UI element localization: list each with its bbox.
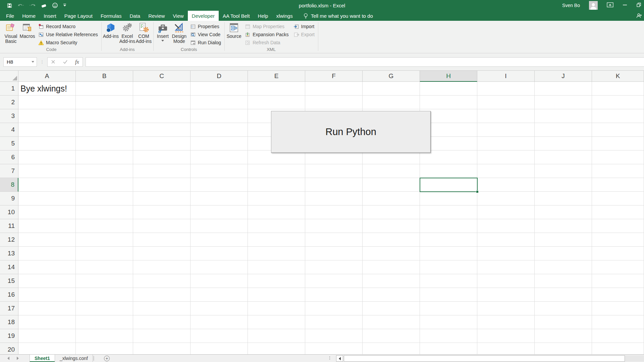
cell-B8[interactable] — [76, 178, 133, 192]
cell-E1[interactable] — [248, 82, 305, 96]
cell-I2[interactable] — [477, 96, 535, 109]
cell-J5[interactable] — [535, 137, 592, 150]
cell-I3[interactable] — [477, 109, 535, 123]
column-header-J[interactable]: J — [535, 71, 592, 82]
cell-J8[interactable] — [535, 178, 592, 192]
cell-C4[interactable] — [133, 123, 191, 137]
cell-F9[interactable] — [305, 192, 363, 205]
sheet-tab-sheet1[interactable]: Sheet1 — [30, 355, 55, 362]
visual-basic-button[interactable]: Visual Basic — [3, 21, 19, 44]
import-button[interactable]: Import — [292, 22, 316, 31]
cell-A16[interactable] — [18, 288, 76, 302]
cell-I20[interactable] — [477, 343, 535, 354]
name-box[interactable]: H8 — [3, 57, 37, 67]
cell-B19[interactable] — [76, 329, 133, 343]
column-header-E[interactable]: E — [248, 71, 305, 82]
cell-C2[interactable] — [133, 96, 191, 109]
cell-J7[interactable] — [535, 164, 592, 178]
row-header-5[interactable]: 5 — [0, 137, 18, 150]
cell-A10[interactable] — [18, 205, 76, 219]
cell-D8[interactable] — [191, 178, 248, 192]
cell-B10[interactable] — [76, 205, 133, 219]
cell-J19[interactable] — [535, 329, 592, 343]
cell-I1[interactable] — [477, 82, 535, 96]
cell-H11[interactable] — [420, 219, 477, 233]
cell-F14[interactable] — [305, 260, 363, 274]
cell-A1[interactable]: Bye xlwings! — [18, 82, 76, 96]
cell-H17[interactable] — [420, 302, 477, 315]
cell-A2[interactable] — [18, 96, 76, 109]
cell-J2[interactable] — [535, 96, 592, 109]
cell-B16[interactable] — [76, 288, 133, 302]
cell-E17[interactable] — [248, 302, 305, 315]
sheet-nav-left-icon[interactable] — [7, 357, 9, 360]
cell-I14[interactable] — [477, 260, 535, 274]
cell-J4[interactable] — [535, 123, 592, 137]
ribbon-tab-home[interactable]: Home — [18, 11, 40, 21]
cell-D20[interactable] — [191, 343, 248, 354]
user-avatar[interactable] — [589, 1, 598, 10]
cell-K2[interactable] — [592, 96, 644, 109]
cell-I17[interactable] — [477, 302, 535, 315]
cell-H1[interactable] — [420, 82, 477, 96]
cell-J11[interactable] — [535, 219, 592, 233]
cell-B1[interactable] — [76, 82, 133, 96]
column-header-F[interactable]: F — [305, 71, 363, 82]
cell-G20[interactable] — [363, 343, 420, 354]
cell-E12[interactable] — [248, 233, 305, 247]
macros-button[interactable]: Macros — [19, 21, 36, 39]
cell-F18[interactable] — [305, 315, 363, 329]
row-header-8[interactable]: 8 — [0, 178, 18, 192]
name-box-caret-icon[interactable] — [32, 61, 34, 63]
row-header-19[interactable]: 19 — [0, 329, 18, 343]
cell-E20[interactable] — [248, 343, 305, 354]
cell-G16[interactable] — [363, 288, 420, 302]
cell-K13[interactable] — [592, 247, 644, 260]
share-button[interactable]: Share — [636, 11, 644, 21]
cell-F8[interactable] — [305, 178, 363, 192]
redo-icon[interactable] — [29, 3, 36, 8]
cell-A17[interactable] — [18, 302, 76, 315]
ribbon-tab-insert[interactable]: Insert — [40, 11, 60, 21]
cell-J14[interactable] — [535, 260, 592, 274]
cell-H13[interactable] — [420, 247, 477, 260]
cell-I12[interactable] — [477, 233, 535, 247]
cell-D12[interactable] — [191, 233, 248, 247]
cell-D18[interactable] — [191, 315, 248, 329]
restore-window-icon[interactable] — [636, 2, 641, 9]
cell-J15[interactable] — [535, 274, 592, 288]
scroll-left-button[interactable] — [336, 355, 343, 362]
cell-A19[interactable] — [18, 329, 76, 343]
cell-K7[interactable] — [592, 164, 644, 178]
cell-G10[interactable] — [363, 205, 420, 219]
cell-J1[interactable] — [535, 82, 592, 96]
cell-C15[interactable] — [133, 274, 191, 288]
cell-H12[interactable] — [420, 233, 477, 247]
cell-K17[interactable] — [592, 302, 644, 315]
cell-C16[interactable] — [133, 288, 191, 302]
cell-K12[interactable] — [592, 233, 644, 247]
cell-E8[interactable] — [248, 178, 305, 192]
cell-K18[interactable] — [592, 315, 644, 329]
cell-B5[interactable] — [76, 137, 133, 150]
cancel-icon[interactable] — [51, 60, 55, 64]
selected-cell-H8[interactable] — [420, 178, 478, 192]
cell-K5[interactable] — [592, 137, 644, 150]
cell-D2[interactable] — [191, 96, 248, 109]
cell-G12[interactable] — [363, 233, 420, 247]
row-header-3[interactable]: 3 — [0, 109, 18, 123]
cell-B20[interactable] — [76, 343, 133, 354]
cell-B11[interactable] — [76, 219, 133, 233]
cell-F15[interactable] — [305, 274, 363, 288]
cell-F17[interactable] — [305, 302, 363, 315]
com-add-ins-button[interactable]: COM Add-ins — [136, 21, 152, 44]
enter-check-icon[interactable] — [63, 60, 68, 64]
cell-D19[interactable] — [191, 329, 248, 343]
ribbon-tab-data[interactable]: Data — [125, 11, 144, 21]
cell-G2[interactable] — [363, 96, 420, 109]
cell-E15[interactable] — [248, 274, 305, 288]
cell-I6[interactable] — [477, 150, 535, 164]
cell-A11[interactable] — [18, 219, 76, 233]
save-icon[interactable] — [7, 3, 12, 8]
cell-H2[interactable] — [420, 96, 477, 109]
